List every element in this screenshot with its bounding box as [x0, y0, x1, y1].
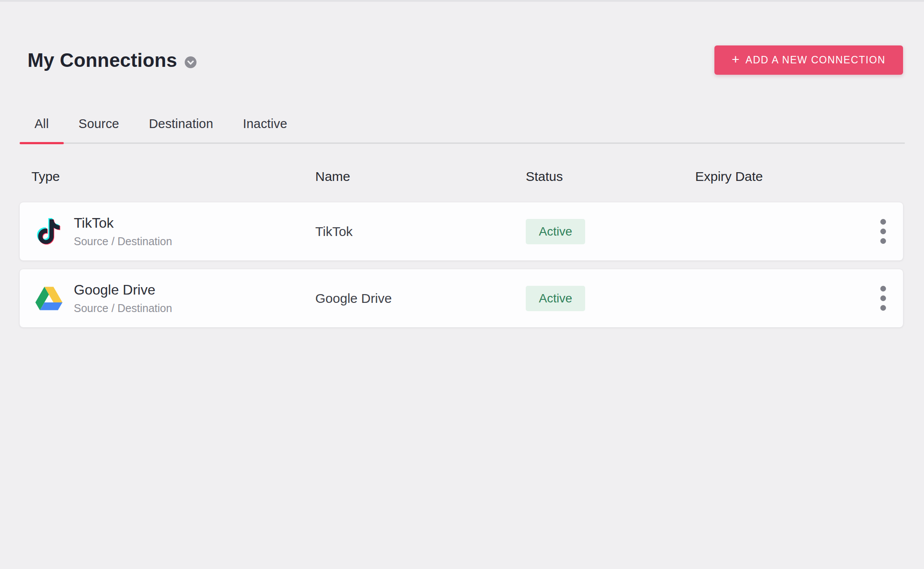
- tab-all[interactable]: All: [20, 117, 64, 142]
- table-header: Type Name Status Expiry Date: [20, 169, 903, 184]
- status-cell: Active: [526, 219, 695, 244]
- column-header-status: Status: [526, 169, 695, 184]
- add-button-label: ADD A NEW CONNECTION: [745, 54, 886, 66]
- tab-inactive[interactable]: Inactive: [228, 117, 302, 142]
- type-text: TikTok Source / Destination: [74, 215, 172, 248]
- add-new-connection-button[interactable]: + ADD A NEW CONNECTION: [714, 45, 903, 75]
- plus-icon: +: [732, 52, 740, 67]
- connection-direction-label: Source / Destination: [74, 302, 172, 315]
- name-cell: TikTok: [315, 224, 526, 239]
- type-cell: TikTok Source / Destination: [20, 215, 315, 248]
- google-drive-icon: [35, 283, 62, 314]
- top-edge-divider: [0, 0, 924, 2]
- table-row-tiktok[interactable]: TikTok Source / Destination TikTok Activ…: [20, 202, 903, 260]
- title-wrap: My Connections: [28, 49, 197, 71]
- page-title: My Connections: [28, 49, 177, 71]
- page-header: My Connections + ADD A NEW CONNECTION: [28, 45, 903, 75]
- name-cell: Google Drive: [315, 291, 526, 306]
- status-badge: Active: [526, 219, 585, 244]
- tab-source[interactable]: Source: [64, 117, 134, 142]
- table-row-google-drive[interactable]: Google Drive Source / Destination Google…: [20, 269, 903, 327]
- connection-direction-label: Source / Destination: [74, 235, 172, 248]
- column-header-name: Name: [315, 169, 526, 184]
- circle-chevron-check-icon[interactable]: [184, 56, 197, 69]
- type-text: Google Drive Source / Destination: [74, 282, 172, 315]
- status-badge: Active: [526, 286, 585, 311]
- connections-list: TikTok Source / Destination TikTok Activ…: [20, 202, 903, 327]
- kebab-menu-icon[interactable]: [872, 212, 893, 251]
- my-connections-page: My Connections + ADD A NEW CONNECTION Al…: [0, 0, 924, 569]
- type-cell: Google Drive Source / Destination: [20, 282, 315, 315]
- column-header-type: Type: [20, 169, 315, 184]
- connection-type-label: TikTok: [74, 215, 172, 231]
- column-header-expiry-date: Expiry Date: [695, 169, 872, 184]
- kebab-menu-icon[interactable]: [872, 279, 893, 318]
- tiktok-icon: [35, 216, 62, 247]
- connection-filter-tabs: All Source Destination Inactive: [20, 117, 905, 144]
- tab-destination[interactable]: Destination: [134, 117, 228, 142]
- connection-type-label: Google Drive: [74, 282, 172, 298]
- status-cell: Active: [526, 286, 695, 311]
